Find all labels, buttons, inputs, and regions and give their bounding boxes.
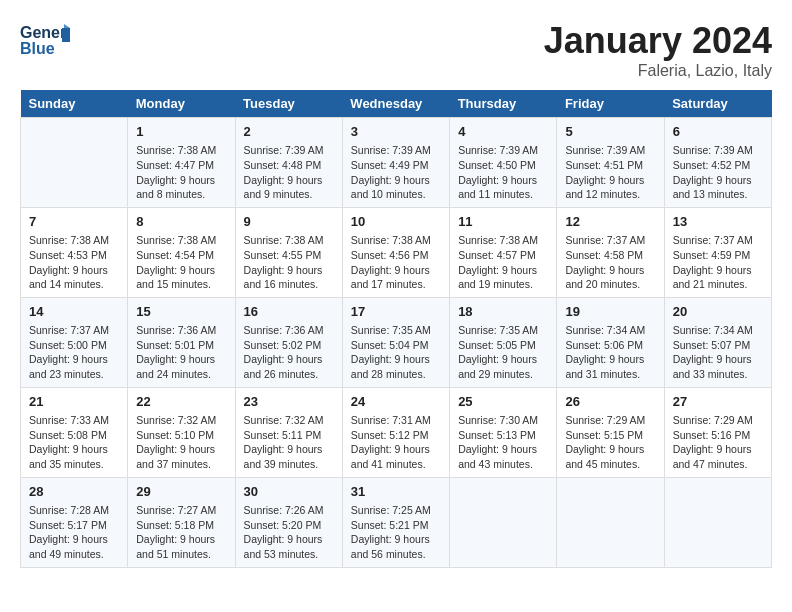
month-title: January 2024 [544,20,772,62]
calendar-cell: 18Sunrise: 7:35 AM Sunset: 5:05 PM Dayli… [450,297,557,387]
day-number: 15 [136,303,226,321]
day-number: 29 [136,483,226,501]
day-number: 4 [458,123,548,141]
day-number: 25 [458,393,548,411]
day-info: Sunrise: 7:33 AM Sunset: 5:08 PM Dayligh… [29,413,119,472]
day-number: 18 [458,303,548,321]
day-info: Sunrise: 7:34 AM Sunset: 5:06 PM Dayligh… [565,323,655,382]
day-info: Sunrise: 7:34 AM Sunset: 5:07 PM Dayligh… [673,323,763,382]
day-info: Sunrise: 7:37 AM Sunset: 4:58 PM Dayligh… [565,233,655,292]
day-info: Sunrise: 7:39 AM Sunset: 4:50 PM Dayligh… [458,143,548,202]
day-number: 14 [29,303,119,321]
calendar-cell: 13Sunrise: 7:37 AM Sunset: 4:59 PM Dayli… [664,207,771,297]
calendar-cell: 25Sunrise: 7:30 AM Sunset: 5:13 PM Dayli… [450,387,557,477]
day-info: Sunrise: 7:25 AM Sunset: 5:21 PM Dayligh… [351,503,441,562]
logo-icon: General Blue [20,20,70,65]
day-info: Sunrise: 7:30 AM Sunset: 5:13 PM Dayligh… [458,413,548,472]
calendar-cell: 28Sunrise: 7:28 AM Sunset: 5:17 PM Dayli… [21,477,128,567]
calendar-cell: 31Sunrise: 7:25 AM Sunset: 5:21 PM Dayli… [342,477,449,567]
header-cell-monday: Monday [128,90,235,118]
day-info: Sunrise: 7:29 AM Sunset: 5:16 PM Dayligh… [673,413,763,472]
day-info: Sunrise: 7:38 AM Sunset: 4:55 PM Dayligh… [244,233,334,292]
calendar-cell: 20Sunrise: 7:34 AM Sunset: 5:07 PM Dayli… [664,297,771,387]
day-number: 9 [244,213,334,231]
day-info: Sunrise: 7:35 AM Sunset: 5:05 PM Dayligh… [458,323,548,382]
day-info: Sunrise: 7:38 AM Sunset: 4:56 PM Dayligh… [351,233,441,292]
calendar-cell [664,477,771,567]
day-number: 7 [29,213,119,231]
day-number: 30 [244,483,334,501]
logo: General Blue [20,20,70,65]
day-number: 31 [351,483,441,501]
calendar-cell: 3Sunrise: 7:39 AM Sunset: 4:49 PM Daylig… [342,118,449,208]
day-number: 20 [673,303,763,321]
day-info: Sunrise: 7:37 AM Sunset: 4:59 PM Dayligh… [673,233,763,292]
calendar-cell: 9Sunrise: 7:38 AM Sunset: 4:55 PM Daylig… [235,207,342,297]
calendar-cell: 23Sunrise: 7:32 AM Sunset: 5:11 PM Dayli… [235,387,342,477]
calendar-cell: 2Sunrise: 7:39 AM Sunset: 4:48 PM Daylig… [235,118,342,208]
day-info: Sunrise: 7:39 AM Sunset: 4:52 PM Dayligh… [673,143,763,202]
day-number: 22 [136,393,226,411]
day-info: Sunrise: 7:38 AM Sunset: 4:53 PM Dayligh… [29,233,119,292]
day-info: Sunrise: 7:28 AM Sunset: 5:17 PM Dayligh… [29,503,119,562]
title-block: January 2024 Faleria, Lazio, Italy [544,20,772,80]
calendar-cell [450,477,557,567]
day-info: Sunrise: 7:38 AM Sunset: 4:54 PM Dayligh… [136,233,226,292]
calendar-cell: 5Sunrise: 7:39 AM Sunset: 4:51 PM Daylig… [557,118,664,208]
calendar-header-row: SundayMondayTuesdayWednesdayThursdayFrid… [21,90,772,118]
day-number: 27 [673,393,763,411]
day-info: Sunrise: 7:31 AM Sunset: 5:12 PM Dayligh… [351,413,441,472]
calendar-week-row: 1Sunrise: 7:38 AM Sunset: 4:47 PM Daylig… [21,118,772,208]
day-info: Sunrise: 7:36 AM Sunset: 5:02 PM Dayligh… [244,323,334,382]
day-info: Sunrise: 7:38 AM Sunset: 4:47 PM Dayligh… [136,143,226,202]
day-info: Sunrise: 7:38 AM Sunset: 4:57 PM Dayligh… [458,233,548,292]
header-cell-sunday: Sunday [21,90,128,118]
day-info: Sunrise: 7:39 AM Sunset: 4:49 PM Dayligh… [351,143,441,202]
day-number: 13 [673,213,763,231]
calendar-cell: 6Sunrise: 7:39 AM Sunset: 4:52 PM Daylig… [664,118,771,208]
calendar-week-row: 28Sunrise: 7:28 AM Sunset: 5:17 PM Dayli… [21,477,772,567]
calendar-cell: 4Sunrise: 7:39 AM Sunset: 4:50 PM Daylig… [450,118,557,208]
day-number: 3 [351,123,441,141]
calendar-cell: 7Sunrise: 7:38 AM Sunset: 4:53 PM Daylig… [21,207,128,297]
day-number: 10 [351,213,441,231]
calendar-cell [557,477,664,567]
calendar-table: SundayMondayTuesdayWednesdayThursdayFrid… [20,90,772,568]
day-info: Sunrise: 7:36 AM Sunset: 5:01 PM Dayligh… [136,323,226,382]
calendar-week-row: 21Sunrise: 7:33 AM Sunset: 5:08 PM Dayli… [21,387,772,477]
calendar-cell: 24Sunrise: 7:31 AM Sunset: 5:12 PM Dayli… [342,387,449,477]
day-number: 1 [136,123,226,141]
day-number: 19 [565,303,655,321]
svg-marker-2 [62,28,70,42]
day-number: 16 [244,303,334,321]
day-number: 26 [565,393,655,411]
calendar-cell: 8Sunrise: 7:38 AM Sunset: 4:54 PM Daylig… [128,207,235,297]
calendar-cell: 29Sunrise: 7:27 AM Sunset: 5:18 PM Dayli… [128,477,235,567]
day-number: 23 [244,393,334,411]
location-title: Faleria, Lazio, Italy [544,62,772,80]
calendar-cell: 11Sunrise: 7:38 AM Sunset: 4:57 PM Dayli… [450,207,557,297]
day-number: 12 [565,213,655,231]
header-cell-thursday: Thursday [450,90,557,118]
calendar-cell: 15Sunrise: 7:36 AM Sunset: 5:01 PM Dayli… [128,297,235,387]
day-number: 21 [29,393,119,411]
calendar-week-row: 14Sunrise: 7:37 AM Sunset: 5:00 PM Dayli… [21,297,772,387]
calendar-cell: 12Sunrise: 7:37 AM Sunset: 4:58 PM Dayli… [557,207,664,297]
day-number: 11 [458,213,548,231]
day-info: Sunrise: 7:35 AM Sunset: 5:04 PM Dayligh… [351,323,441,382]
svg-text:Blue: Blue [20,40,55,57]
day-info: Sunrise: 7:26 AM Sunset: 5:20 PM Dayligh… [244,503,334,562]
day-number: 5 [565,123,655,141]
day-number: 6 [673,123,763,141]
day-info: Sunrise: 7:32 AM Sunset: 5:10 PM Dayligh… [136,413,226,472]
day-number: 8 [136,213,226,231]
day-info: Sunrise: 7:29 AM Sunset: 5:15 PM Dayligh… [565,413,655,472]
calendar-cell: 27Sunrise: 7:29 AM Sunset: 5:16 PM Dayli… [664,387,771,477]
day-number: 24 [351,393,441,411]
day-info: Sunrise: 7:32 AM Sunset: 5:11 PM Dayligh… [244,413,334,472]
calendar-cell: 21Sunrise: 7:33 AM Sunset: 5:08 PM Dayli… [21,387,128,477]
day-info: Sunrise: 7:39 AM Sunset: 4:51 PM Dayligh… [565,143,655,202]
calendar-cell: 22Sunrise: 7:32 AM Sunset: 5:10 PM Dayli… [128,387,235,477]
calendar-cell: 1Sunrise: 7:38 AM Sunset: 4:47 PM Daylig… [128,118,235,208]
calendar-cell: 30Sunrise: 7:26 AM Sunset: 5:20 PM Dayli… [235,477,342,567]
